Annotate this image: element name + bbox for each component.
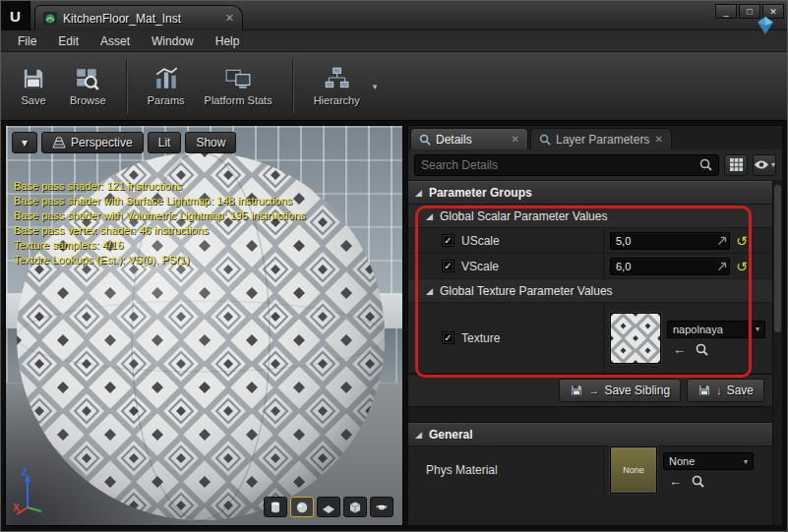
axis-z-label: Z — [22, 467, 28, 478]
preview-custom-mesh-button[interactable] — [370, 497, 394, 517]
arrow-right-icon: → — [588, 384, 599, 396]
menu-edit[interactable]: Edit — [47, 32, 90, 50]
toolbar: Save Browse Params — [1, 52, 787, 121]
details-tab-icon — [419, 134, 431, 146]
details-panel: Details ✕ Layer Parameters ✕ — [407, 125, 783, 526]
scrollbar-thumb[interactable] — [774, 185, 781, 332]
perspective-button[interactable]: Perspective — [41, 132, 144, 153]
titlebar: U KitchenFloor_Mat_Inst ✕ — [1, 1, 787, 30]
uscale-checkbox[interactable]: ✓ — [442, 234, 455, 247]
tab-details[interactable]: Details ✕ — [410, 128, 528, 149]
cube-icon — [348, 501, 362, 514]
tab-close-icon[interactable]: ✕ — [225, 12, 234, 25]
eye-icon — [754, 159, 769, 170]
chevron-down-icon: ▾ — [756, 325, 759, 333]
tab-close-icon[interactable]: ✕ — [654, 134, 662, 145]
expander-icon[interactable]: ◢ — [426, 211, 433, 221]
teapot-icon — [375, 501, 389, 514]
save-asset-button[interactable]: ↓ Save — [687, 379, 764, 402]
property-row-uscale: ✓ UScale ↺ — [408, 228, 772, 254]
hierarchy-dropdown-icon[interactable]: ▾ — [373, 82, 378, 91]
preview-shape-buttons — [264, 497, 394, 517]
toolbar-separator — [292, 60, 294, 113]
plane-icon — [322, 501, 335, 514]
use-selected-asset-icon[interactable]: ← — [669, 475, 682, 488]
material-instance-editor-window: U KitchenFloor_Mat_Inst ✕ _ □ ✕ File Edi… — [0, 0, 788, 532]
slider-drag-icon[interactable] — [717, 262, 727, 271]
texture-thumbnail[interactable] — [610, 313, 661, 364]
menu-bar: File Edit Asset Window Help — [1, 30, 787, 52]
save-sibling-button[interactable]: → Save Sibling — [559, 379, 681, 402]
hierarchy-button[interactable]: Hierarchy — [304, 62, 370, 110]
hierarchy-icon — [324, 66, 349, 91]
platform-stats-button[interactable]: Platform Stats — [195, 62, 282, 110]
vscale-value-field[interactable] — [610, 258, 730, 275]
params-button[interactable]: Params — [138, 62, 195, 110]
browse-icon — [75, 66, 100, 91]
unreal-engine-logo: U — [1, 1, 30, 30]
expander-icon[interactable]: ◢ — [415, 430, 422, 440]
asset-document-tab[interactable]: KitchenFloor_Mat_Inst ✕ — [34, 5, 243, 30]
preview-cube-button[interactable] — [343, 497, 367, 517]
tab-close-icon[interactable]: ✕ — [512, 134, 519, 145]
details-scrollbar[interactable] — [772, 181, 782, 525]
panel-tab-bar: Details ✕ Layer Parameters ✕ — [408, 126, 782, 149]
expander-icon[interactable]: ◢ — [415, 188, 422, 198]
reset-to-default-icon[interactable]: ↺ — [736, 234, 748, 248]
preview-plane-button[interactable] — [317, 497, 340, 517]
browse-button[interactable]: Browse — [60, 62, 116, 110]
stat-line: Base pass shader with Volumetric Lightma… — [14, 208, 306, 223]
vscale-input[interactable] — [616, 261, 717, 272]
editor-gem-icon — [756, 16, 775, 35]
asset-tab-title: KitchenFloor_Mat_Inst — [63, 12, 219, 26]
browse-to-asset-icon[interactable] — [692, 475, 704, 488]
texture-label: Texture — [461, 331, 500, 345]
general-header[interactable]: ◢ General — [408, 423, 772, 446]
texture-asset-combo[interactable]: napolnaya ▾ — [667, 321, 765, 338]
browse-to-asset-icon[interactable] — [696, 343, 708, 356]
preview-sphere-button[interactable] — [290, 497, 314, 517]
phys-material-combo[interactable]: None ▾ — [663, 452, 754, 470]
uscale-input[interactable] — [616, 235, 717, 247]
property-row-phys-material: Phys Material None None ▾ — [408, 446, 772, 494]
viewport-options-button[interactable]: ▾ — [12, 132, 37, 153]
save-button[interactable]: Save — [7, 62, 60, 110]
texture-checkbox[interactable]: ✓ — [442, 331, 455, 344]
chevron-down-icon: ▾ — [744, 457, 748, 466]
view-options-button[interactable]: ▾ — [753, 154, 776, 176]
use-selected-asset-icon[interactable]: ← — [673, 343, 686, 356]
phys-material-thumbnail[interactable]: None — [610, 446, 657, 494]
save-strip: → Save Sibling ↓ Save — [408, 374, 772, 407]
menu-window[interactable]: Window — [141, 32, 205, 50]
search-icon — [699, 158, 712, 171]
uscale-label: UScale — [461, 234, 500, 248]
minimize-button[interactable]: _ — [715, 4, 737, 19]
menu-file[interactable]: File — [7, 32, 47, 50]
stat-line: Texture samplers: 4/16 — [14, 238, 306, 253]
menu-help[interactable]: Help — [205, 32, 251, 50]
save-floppy-icon — [570, 384, 583, 397]
stat-line: Base pass shader: 121 instructions — [14, 179, 306, 194]
global-scalar-header[interactable]: ◢ Global Scalar Parameter Values — [408, 205, 772, 228]
tab-layer-parameters[interactable]: Layer Parameters ✕ — [530, 128, 672, 149]
menu-asset[interactable]: Asset — [90, 32, 141, 50]
slider-drag-icon[interactable] — [717, 236, 727, 246]
sphere-icon — [295, 501, 309, 514]
search-details-input[interactable] — [421, 158, 699, 172]
property-matrix-button[interactable] — [724, 154, 748, 176]
expander-icon[interactable]: ◢ — [426, 286, 433, 296]
show-button[interactable]: Show — [185, 132, 236, 153]
reset-to-default-icon[interactable]: ↺ — [736, 260, 748, 273]
lit-button[interactable]: Lit — [148, 132, 182, 153]
preview-cylinder-button[interactable] — [264, 497, 287, 517]
search-details-box — [414, 154, 719, 176]
uscale-value-field[interactable] — [610, 232, 730, 250]
parameter-groups-header[interactable]: ◢ Parameter Groups — [408, 181, 772, 205]
layer-parameters-tab-icon — [539, 134, 551, 146]
vscale-checkbox[interactable]: ✓ — [442, 260, 455, 272]
global-texture-header[interactable]: ◢ Global Texture Parameter Values — [408, 279, 772, 303]
params-icon — [153, 66, 179, 91]
preview-viewport[interactable]: ▾ Perspective Lit Show Base pass shader:… — [5, 125, 403, 526]
stat-line: Texture Lookups (Est.): VS(0), PS(1) — [14, 253, 306, 267]
panel-spacer — [408, 407, 772, 423]
